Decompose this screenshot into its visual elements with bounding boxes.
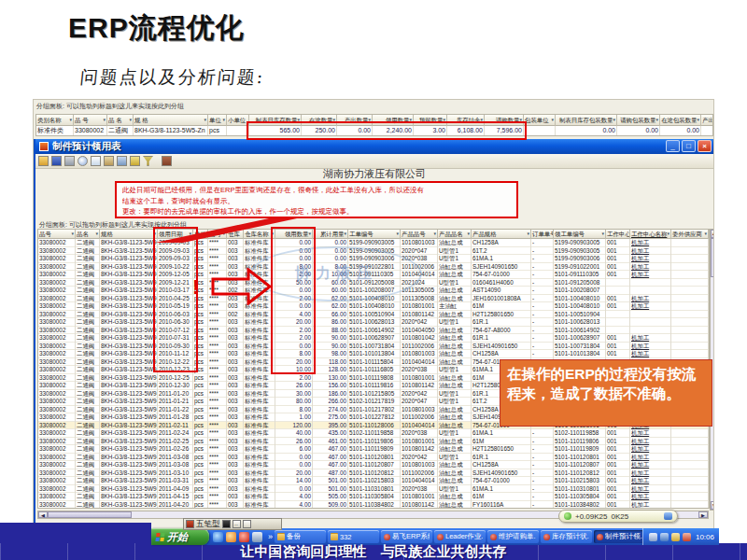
column-header[interactable]: 品 号 bbox=[74, 115, 107, 126]
table-row[interactable]: 33080002二通阀8KH-G3/8-1123-5W9-Zn2010-07-3… bbox=[38, 334, 709, 343]
table-row[interactable]: 33080002二通阀8KH-G3/8-1123-5W9-Zn2010-05-1… bbox=[38, 302, 709, 311]
cell: 003 bbox=[227, 398, 244, 406]
cell: 33080002 bbox=[38, 295, 76, 303]
scanner-icon[interactable] bbox=[649, 533, 657, 541]
cell: 0.00 bbox=[275, 454, 313, 462]
minimize-button[interactable]: _ bbox=[666, 140, 680, 152]
taskbar-button[interactable]: 库存预计状.. bbox=[541, 530, 592, 543]
message-icon[interactable] bbox=[683, 533, 691, 541]
column-header[interactable]: 包装单位 bbox=[524, 115, 556, 126]
window-titlebar[interactable]: 制件预计领用表 _ □ × bbox=[35, 139, 713, 154]
column-header[interactable]: 工单编号 bbox=[348, 230, 401, 239]
scroll-up-arrow[interactable]: ▲ bbox=[711, 230, 714, 238]
table-row[interactable]: 33080002二通阀8KH-G3/8-1123-5W9-Zn2011-03-0… bbox=[38, 454, 709, 462]
table-row[interactable]: 33080002二通阀8KH-G3/8-1123-5W9-Zn2011-04-2… bbox=[38, 501, 709, 510]
print-preview-icon[interactable] bbox=[117, 156, 127, 166]
maximize-button[interactable]: □ bbox=[682, 140, 696, 152]
column-header[interactable]: 委外供应商 bbox=[671, 230, 709, 239]
cell: 186.00 bbox=[313, 390, 348, 399]
column-header[interactable]: 在途包装数量 bbox=[660, 115, 701, 126]
messenger-icon[interactable] bbox=[226, 532, 236, 542]
scroll-down-arrow[interactable]: ▼ bbox=[711, 501, 714, 510]
network-icon[interactable] bbox=[660, 533, 669, 541]
column-header[interactable]: 工作中心 bbox=[606, 230, 630, 239]
table-row[interactable]: 33080002二通阀8KH-G3/8-1123-5W9-Zn2010-11-1… bbox=[38, 350, 709, 358]
cell: U型管1 bbox=[438, 366, 472, 374]
table-row[interactable]: 33080002二通阀8KH-G3/8-1123-5W9-Zn2010-06-3… bbox=[38, 318, 709, 327]
taskbar-button[interactable]: 备份 bbox=[275, 530, 326, 543]
column-header[interactable]: 品号 bbox=[38, 230, 76, 239]
ime-bar[interactable]: 五笔型 ‥ bbox=[183, 518, 282, 530]
table-row[interactable]: 33080002二通阀8KH-G3/8-1123-5W9-Zn2010-06-0… bbox=[38, 311, 709, 319]
column-header[interactable]: 制表日库存包装数量 bbox=[556, 115, 617, 126]
table-row[interactable]: 33080002二通阀8KH-G3/8-1123-5W9-Zn2011-03-3… bbox=[38, 477, 709, 485]
column-header[interactable]: 品名 bbox=[76, 230, 100, 239]
ime-punct-icon[interactable]: ‥ bbox=[233, 520, 241, 528]
column-header[interactable]: 品 名 bbox=[107, 115, 134, 126]
scroll-right-arrow[interactable]: ▶ bbox=[698, 511, 708, 518]
column-header[interactable]: 产品品名 bbox=[438, 230, 472, 239]
column-header[interactable]: 工作中心名称 bbox=[630, 230, 671, 239]
copy-icon[interactable] bbox=[91, 156, 101, 166]
table-row[interactable]: 33080002二通阀8KH-G3/8-1123-5W9-Zn2011-04-0… bbox=[38, 485, 709, 494]
cell: 油缸总成 bbox=[438, 287, 472, 295]
volume-icon[interactable] bbox=[671, 533, 680, 541]
table-row[interactable]: 33080002二通阀8KH-G3/8-1123-5W9-Zn2011-02-2… bbox=[38, 429, 709, 438]
ime-keyboard-icon[interactable] bbox=[243, 520, 251, 528]
table-row[interactable]: 33080002二通阀8KH-G3/8-1123-5W9-Zn2010-07-1… bbox=[38, 327, 709, 335]
open-folder-icon[interactable] bbox=[38, 156, 49, 166]
ime-halfmoon-icon[interactable] bbox=[222, 520, 231, 528]
cell: 8KH-G3/8-1123-5W9-Zn bbox=[100, 302, 158, 311]
print-icon[interactable] bbox=[64, 156, 75, 166]
save-icon[interactable] bbox=[51, 156, 62, 166]
column-header[interactable]: 订单单号 bbox=[531, 230, 554, 239]
cell: 001 bbox=[606, 263, 630, 272]
cell: pcs bbox=[193, 390, 208, 399]
close-button[interactable]: × bbox=[698, 140, 712, 152]
quick-launch-overflow[interactable]: » bbox=[266, 532, 275, 541]
cell: 001 bbox=[606, 493, 630, 501]
paste-icon[interactable] bbox=[104, 156, 114, 166]
column-header[interactable]: 产品规格 bbox=[472, 230, 531, 239]
taskbar-button[interactable]: Leader作业.. bbox=[434, 530, 486, 543]
column-header[interactable]: 产出包装数量 bbox=[701, 115, 713, 126]
table-row[interactable]: 33080002二通阀8KH-G3/8-1123-5W9-Zn2011-03-1… bbox=[38, 469, 709, 478]
taskbar-button[interactable]: 维护请购单. bbox=[487, 530, 539, 543]
ticker-widget[interactable]: +0.09K25 0K25 bbox=[558, 510, 678, 523]
table-row[interactable]: 33080002二通阀8KH-G3/8-1123-5W9-Zn2011-02-2… bbox=[38, 445, 709, 454]
cell: pcs bbox=[193, 501, 208, 510]
ime-mode-icon[interactable] bbox=[186, 520, 194, 528]
taskbar-button[interactable]: 易飞ERP系统 bbox=[381, 530, 432, 543]
ie-icon[interactable] bbox=[213, 532, 223, 542]
taskbar-clock[interactable]: 10:06 bbox=[696, 533, 714, 541]
column-header[interactable]: 类别名称 bbox=[36, 115, 74, 126]
ime-label[interactable]: 五笔型 bbox=[196, 519, 220, 530]
scroll-thumb[interactable] bbox=[48, 511, 132, 518]
table-row[interactable]: 33080002二通阀8KH-G3/8-1123-5W9-Zn2011-02-2… bbox=[38, 438, 709, 446]
cell: 003 bbox=[227, 438, 244, 446]
search-icon[interactable] bbox=[78, 156, 88, 166]
cell: SJEH140901650 bbox=[472, 263, 531, 272]
column-header[interactable]: 规 格 bbox=[134, 115, 208, 126]
media-icon[interactable] bbox=[239, 532, 249, 542]
scroll-thumb[interactable] bbox=[711, 238, 714, 277]
column-header[interactable]: 单位 bbox=[208, 115, 227, 126]
cell: 33080002 bbox=[38, 429, 76, 438]
cell: - bbox=[531, 302, 554, 311]
column-header[interactable]: 领工单编号 bbox=[554, 230, 606, 239]
cell: 二通阀 bbox=[76, 350, 100, 358]
exit-icon[interactable] bbox=[162, 156, 172, 166]
column-header[interactable]: 产品品号 bbox=[401, 230, 438, 239]
scroll-left-arrow[interactable]: ◀ bbox=[38, 511, 48, 518]
show-desktop-icon[interactable] bbox=[252, 532, 262, 542]
table-row[interactable]: 33080002二通阀8KH-G3/8-1123-5W9-Zn2011-03-0… bbox=[38, 461, 709, 469]
cell: **** bbox=[208, 454, 227, 462]
table-row[interactable]: 33080002二通阀8KH-G3/8-1123-5W9-Zn2011-04-1… bbox=[38, 493, 709, 501]
cell: 2011-03-10 bbox=[158, 469, 193, 478]
column-header[interactable]: 请购包装数量 bbox=[617, 115, 660, 126]
flag-icon[interactable] bbox=[130, 156, 140, 166]
taskbar-button[interactable]: 332 bbox=[328, 530, 379, 543]
table-row[interactable]: 33080002二通阀8KH-G3/8-1123-5W9-Zn2010-09-3… bbox=[38, 343, 709, 351]
taskbar-button[interactable]: 制件预计领.. bbox=[594, 530, 642, 543]
filter-icon[interactable] bbox=[143, 156, 153, 166]
